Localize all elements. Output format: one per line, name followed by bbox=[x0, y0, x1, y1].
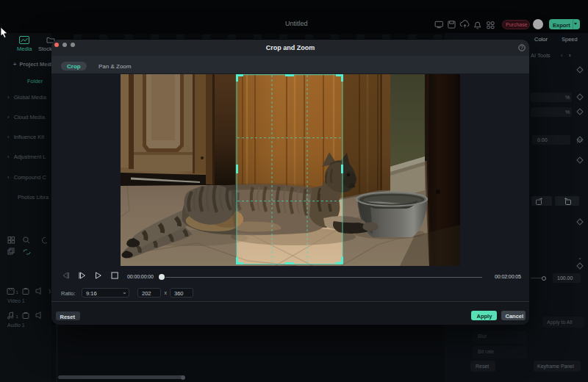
svg-text:1: 1 bbox=[16, 314, 19, 319]
svg-text:?: ? bbox=[520, 45, 523, 50]
svg-text:1: 1 bbox=[16, 290, 19, 295]
